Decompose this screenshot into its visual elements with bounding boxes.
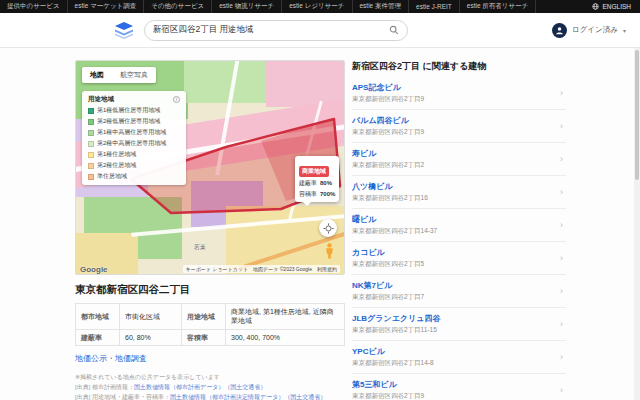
source-link[interactable]: 国土数値情報（都市計画決定情報データ）（国土交通省）: [170, 394, 326, 400]
language-label: ENGLISH: [602, 3, 631, 10]
nav-item-jreit[interactable]: estie J-REIT: [409, 0, 460, 13]
building-list-item[interactable]: 寿ビル 東京都新宿区四谷2丁目2 ›: [352, 143, 566, 176]
scrollbar-thumb[interactable]: [635, 50, 639, 180]
pegman-icon[interactable]: [325, 243, 334, 263]
keyboard-shortcuts-link[interactable]: キーボード ショートカット: [186, 266, 248, 272]
map-canvas[interactable]: 四谷 若葉 地図 航空写真 用途地域 i 第1種低層住居専用地域 第2種低層住居…: [75, 60, 345, 275]
chevron-right-icon: ›: [560, 220, 563, 230]
map-data-copyright: 地図データ ©2023 Google: [253, 266, 312, 272]
building-list-item[interactable]: カコビル 東京都新宿区四谷2丁目5 ›: [352, 242, 566, 275]
zoning-legend: 用途地域 i 第1種低層住居専用地域 第2種低層住居専用地域 第1種中高層住居専…: [82, 91, 186, 185]
legend-item: 準住居地域: [88, 172, 180, 181]
account-area[interactable]: ログイン済み ▾: [552, 23, 626, 38]
cell-label: 建蔽率: [76, 329, 120, 345]
info-icon[interactable]: i: [173, 96, 180, 103]
area-title: 東京都新宿区四谷二丁目: [75, 283, 345, 297]
globe-icon: [592, 3, 599, 10]
legend-item: 第2種低層住居専用地域: [88, 117, 180, 126]
related-buildings-panel: 新宿区四谷2丁目 に関連する建物 APS記念ビル 東京都新宿区四谷2丁目9 › …: [352, 60, 566, 400]
map-view-button[interactable]: 地図: [82, 67, 112, 83]
land-price-link[interactable]: 地価公示・地価調査: [75, 353, 147, 364]
avatar[interactable]: [552, 23, 567, 38]
app-header: ログイン済み ▾: [0, 13, 640, 48]
legend-title: 用途地域: [88, 95, 114, 104]
building-list-item[interactable]: 曙ビル 東京都新宿区四谷2丁目14-37 ›: [352, 209, 566, 242]
chevron-right-icon: ›: [560, 154, 563, 164]
search-input[interactable]: [153, 25, 389, 35]
map-attribution: Google キーボード ショートカット 地図データ ©2023 Google …: [76, 264, 344, 274]
chevron-right-icon: ›: [560, 88, 563, 98]
chevron-right-icon: ›: [560, 121, 563, 131]
legend-color-chip: [88, 130, 94, 136]
nav-item-logistics[interactable]: estie 物流リサーチ: [212, 0, 282, 13]
legend-color-chip: [88, 119, 94, 125]
chevron-right-icon: ›: [560, 352, 563, 362]
nav-item-residential[interactable]: estie レジリサーチ: [282, 0, 352, 13]
chevron-right-icon: ›: [560, 286, 563, 296]
building-list-item[interactable]: パルム四谷ビル 東京都新宿区四谷2丁目9 ›: [352, 110, 566, 143]
legend-item: 第1種中高層住居専用地域: [88, 128, 180, 137]
source-line: [出典] 都市計画情報：国土数値情報（都市計画データ）（国土交通省）: [75, 383, 345, 393]
cell-value: 市街化区域: [120, 304, 182, 330]
zoning-tooltip: 商業地域 建蔽率80% 容積率700%: [295, 156, 339, 202]
language-switcher[interactable]: ENGLISH: [583, 0, 640, 13]
cell-value: 商業地域, 第1種住居地域, 近隣商業地域: [226, 304, 345, 330]
legend-color-chip: [88, 152, 94, 158]
current-location-button[interactable]: [319, 219, 337, 237]
cell-label: 都市地域: [76, 304, 120, 330]
tooltip-bcr: 建蔽率80%: [299, 179, 335, 188]
top-service-bar: 提供中のサービス estie マーケット調査 その他のサービス estie 物流…: [0, 0, 640, 13]
legend-item: 第2種中高層住居専用地域: [88, 139, 180, 148]
cell-label: 容積率: [182, 329, 226, 345]
note-line: ※掲載されている地点の公共データを表示しています: [75, 373, 345, 383]
nav-item-owner-research[interactable]: estie 所有者リサーチ: [460, 0, 537, 13]
topbar-spacer: [536, 0, 583, 13]
building-list-item[interactable]: NK第7ビル 東京都新宿区四谷2丁目7 ›: [352, 275, 566, 308]
source-link[interactable]: 国土数値情報（都市計画データ）（国土交通省）: [134, 384, 266, 390]
source-line: [出典] 用途地域・建蔽率・容積率：国土数値情報（都市計画決定情報データ）（国土…: [75, 393, 345, 400]
search-bar: [144, 20, 408, 41]
tooltip-zone-badge: 商業地域: [299, 166, 329, 177]
related-title: 新宿区四谷2丁目 に関連する建物: [352, 60, 566, 77]
table-row: 都市地域 市街化区域 用途地域 商業地域, 第1種住居地域, 近隣商業地域: [76, 304, 345, 330]
nav-item-services[interactable]: 提供中のサービス: [0, 0, 68, 13]
chevron-right-icon: ›: [560, 187, 563, 197]
nav-item-deal-management[interactable]: estie 案件管理: [353, 0, 410, 13]
table-row: 建蔽率 60, 80% 容積率 300, 400, 700%: [76, 329, 345, 345]
terms-link[interactable]: 利用規約: [317, 266, 337, 272]
building-list-item[interactable]: 第5三和ビル 東京都新宿区四谷2丁目9 ›: [352, 374, 566, 400]
legend-item: 第2種住居地域: [88, 161, 180, 170]
nav-item-market-research[interactable]: estie マーケット調査: [68, 0, 145, 13]
chevron-right-icon: ›: [560, 385, 563, 395]
pegman-figure: [325, 243, 334, 259]
map-type-switcher: 地図 航空写真: [82, 67, 156, 83]
zoning-info-table: 都市地域 市街化区域 用途地域 商業地域, 第1種住居地域, 近隣商業地域 建蔽…: [75, 303, 345, 346]
data-source-notes: ※掲載されている地点の公共データを表示しています [出典] 都市計画情報：国土数…: [75, 373, 345, 400]
crosshair-icon: [323, 223, 334, 234]
chevron-right-icon: ›: [560, 319, 563, 329]
estie-logo[interactable]: [113, 22, 135, 39]
nav-item-other-services[interactable]: その他のサービス: [144, 0, 212, 13]
cell-label: 用途地域: [182, 304, 226, 330]
google-logo: Google: [80, 265, 108, 274]
login-status: ログイン済み: [572, 25, 618, 35]
cell-value: 60, 80%: [120, 329, 182, 345]
tooltip-far: 容積率700%: [299, 190, 335, 199]
user-icon: [555, 26, 564, 35]
chevron-right-icon: ›: [560, 253, 563, 263]
legend-color-chip: [88, 108, 94, 114]
building-list-item[interactable]: APS記念ビル 東京都新宿区四谷2丁目9 ›: [352, 77, 566, 110]
legend-item: 第1種住居地域: [88, 150, 180, 159]
satellite-view-button[interactable]: 航空写真: [112, 67, 156, 83]
building-list-item[interactable]: YPCビル 東京都新宿区四谷2丁目14-8 ›: [352, 341, 566, 374]
building-list-item[interactable]: 八ツ橋ビル 東京都新宿区四谷2丁目16 ›: [352, 176, 566, 209]
area-detail-section: 東京都新宿区四谷二丁目 都市地域 市街化区域 用途地域 商業地域, 第1種住居地…: [75, 283, 345, 400]
main-content: 四谷 若葉 地図 航空写真 用途地域 i 第1種低層住居専用地域 第2種低層住居…: [0, 48, 640, 400]
page-scrollbar[interactable]: [634, 48, 640, 400]
building-list-item[interactable]: JLBグランエクリュ四谷 東京都新宿区四谷2丁目11-15 ›: [352, 308, 566, 341]
search-icon[interactable]: [389, 25, 399, 35]
chevron-down-icon[interactable]: ▾: [623, 27, 626, 34]
legend-color-chip: [88, 174, 94, 180]
logo-icon: [113, 22, 135, 39]
legend-color-chip: [88, 141, 94, 147]
